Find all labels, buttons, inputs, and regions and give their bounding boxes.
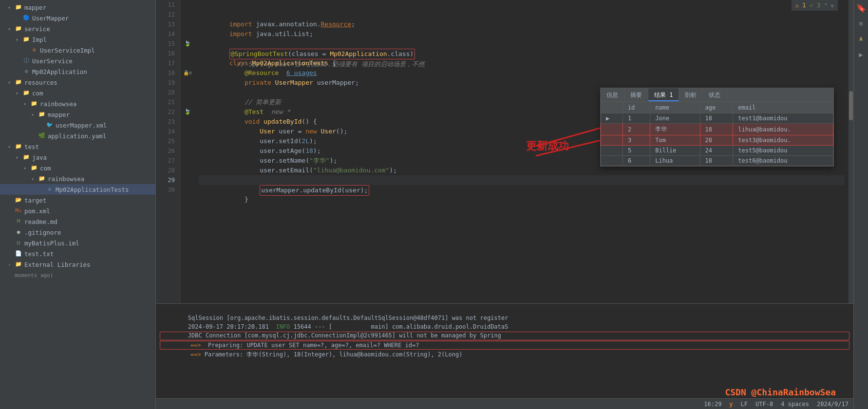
tree-item-com[interactable]: 📁 com (0, 88, 155, 98)
tree-label: UserMapper (32, 15, 69, 22)
tree-label: UserServiceImpl (40, 47, 95, 54)
arrow-icon (31, 112, 38, 117)
date-value: 2024/9/17 (817, 401, 849, 408)
tree-label: application.yaml (48, 132, 106, 140)
table-row[interactable]: 6 Lihua 18 test6@baomidou (601, 156, 833, 166)
folder-icon: 📁 (22, 36, 30, 43)
tree-label: mapper (24, 4, 46, 11)
xml-icon: 🐦 (46, 121, 54, 129)
tree-item-userMapperXml[interactable]: 🐦 userMapper.xml (0, 120, 155, 130)
editor-scrollbar[interactable] (849, 0, 853, 303)
tree-item-gitignore[interactable]: ● .gitignore (0, 227, 155, 238)
folder-icon: 📁 (15, 260, 22, 268)
row-arrow: ▶ (601, 113, 623, 124)
col-age: age (700, 102, 733, 113)
maven-icon: M↓ (15, 207, 22, 215)
tab-info[interactable]: 信息 (601, 88, 624, 101)
folder-icon: 📁 (38, 111, 46, 118)
cell-email: lihua@baomidou. (733, 124, 833, 135)
tree-item-moments[interactable]: moments ago) (0, 270, 155, 280)
tree-item-mp02Tests[interactable]: ⊙ Mp02ApplicationTests (0, 184, 155, 195)
console-area: SqlSession [org.apache.ibatis.session.de… (156, 303, 853, 398)
arrow-icon (8, 144, 15, 149)
arrow-icon (16, 91, 22, 96)
yimp-indicator: y (729, 401, 733, 408)
table-row[interactable]: ▶ 1 Jone 18 test1@baomidou (601, 113, 833, 124)
cell-age: 18 (700, 156, 733, 166)
col-id: id (623, 102, 650, 113)
tree-item-rainbowsea2[interactable]: 📁 rainbowsea (0, 173, 155, 184)
tree-item-java[interactable]: 📁 java (0, 152, 155, 163)
tree-item-impl[interactable]: 📁 Impl (0, 34, 155, 45)
indent-indicator: 4 spaces (781, 401, 809, 408)
table-row-highlighted[interactable]: 3 Tom 28 test3@baomidou. (601, 135, 833, 146)
lf-value: LF (741, 401, 748, 408)
scroll-thumb[interactable] (849, 91, 853, 120)
cell-email: test6@baomidou (733, 156, 833, 166)
tree-item-applicationYaml[interactable]: 🌿 application.yaml (0, 130, 155, 141)
folder-icon: 📁 (38, 175, 46, 183)
lf-indicator: LF (741, 401, 748, 408)
folder-icon: 📁 (15, 3, 22, 11)
yimp-value: y (729, 401, 733, 408)
arrow-icon (16, 155, 22, 160)
tree-item-target[interactable]: 📂 target (0, 195, 155, 205)
arrow-icon (31, 176, 38, 182)
result-popup: 信息 摘要 结果 1 剖析 状态 id name age email (600, 88, 834, 167)
tree-item-mp02Application[interactable]: ⚙ Mp02Application (0, 66, 155, 77)
console-line-1: SqlSession [org.apache.ibatis.session.de… (160, 305, 849, 314)
right-icon-bookmark[interactable]: 🔖 (855, 2, 867, 14)
tree-item-pom[interactable]: M↓ pom.xml (0, 205, 155, 216)
encoding-value: UTF-8 (755, 401, 773, 408)
cell-email: test3@baomidou. (733, 135, 833, 146)
col-email: email (733, 102, 833, 113)
col-arrow (601, 102, 623, 113)
right-icon-todo[interactable]: A (855, 33, 867, 45)
console-output[interactable]: SqlSession [org.apache.ibatis.session.de… (156, 304, 853, 398)
tree-label: rainbowsea (48, 175, 84, 183)
tree-label: Mp02ApplicationTests (56, 186, 129, 193)
tree-item-test[interactable]: 📁 test (0, 141, 155, 152)
tree-item-userServiceImpl[interactable]: ⚙ UserServiceImpl (0, 45, 155, 56)
tree-item-testTxt[interactable]: 📄 test.txt (0, 248, 155, 259)
folder-icon: 📁 (30, 164, 38, 172)
tree-item-service[interactable]: 📁 service (0, 23, 155, 34)
tab-result1[interactable]: 结果 1 (648, 88, 679, 101)
tree-label: moments ago) (15, 272, 53, 279)
cell-email: test5@baomidou (733, 146, 833, 156)
right-icon-structure[interactable]: ≡ (855, 18, 867, 29)
iml-icon: ◻ (15, 239, 22, 247)
tree-label: pom.xml (24, 207, 50, 215)
arrow-icon (23, 166, 30, 171)
indent-value: 4 spaces (781, 401, 809, 408)
tree-item-mapper2[interactable]: 📁 mapper (0, 109, 155, 120)
arrow-icon (23, 101, 30, 107)
tree-item-userMapper[interactable]: 🔵 UserMapper (0, 13, 155, 23)
tree-item-iml[interactable]: ◻ myBatisPlus.iml (0, 238, 155, 248)
tree-item-mapper[interactable]: 📁 mapper (0, 2, 155, 13)
tab-profile[interactable]: 剖析 (679, 88, 703, 101)
check-count: ✓ 3 (810, 2, 820, 9)
table-row-selected[interactable]: 2 李华 18 lihua@baomidou. (601, 124, 833, 135)
cell-id: 6 (623, 156, 650, 166)
line-number-gutter: 11 12 13 14 15 16 17 18 19 20 21 22 23 2… (156, 0, 180, 303)
encoding-indicator: UTF-8 (755, 401, 773, 408)
tree-item-readme[interactable]: M readme.md (0, 216, 155, 227)
tree-item-userService[interactable]: ⓘ UserService (0, 56, 155, 66)
popup-tab-bar[interactable]: 信息 摘要 结果 1 剖析 状态 (601, 88, 833, 102)
tab-status[interactable]: 状态 (703, 88, 727, 101)
file-tree[interactable]: 📁 mapper 🔵 UserMapper 📁 service 📁 Impl ⚙… (0, 0, 155, 409)
table-row[interactable]: 5 Billie 24 test5@baomidou (601, 146, 833, 156)
tree-item-com2[interactable]: 📁 com (0, 163, 155, 173)
tree-label: target (24, 197, 46, 204)
cell-id: 2 (623, 124, 650, 135)
cell-id: 5 (623, 146, 650, 156)
folder-icon: 📁 (22, 89, 30, 97)
right-icon-run[interactable]: ▶ (855, 49, 867, 60)
status-bar: 16:29 y LF UTF-8 4 spaces 2024/9/17 (156, 398, 853, 409)
tab-summary[interactable]: 摘要 (624, 88, 648, 101)
tree-item-extLibs[interactable]: 📁 External Libraries (0, 259, 155, 270)
tree-item-rainbowsea[interactable]: 📁 rainbowsea (0, 98, 155, 109)
tree-item-resources[interactable]: 📁 resources (0, 77, 155, 88)
tree-label: test (24, 143, 39, 150)
